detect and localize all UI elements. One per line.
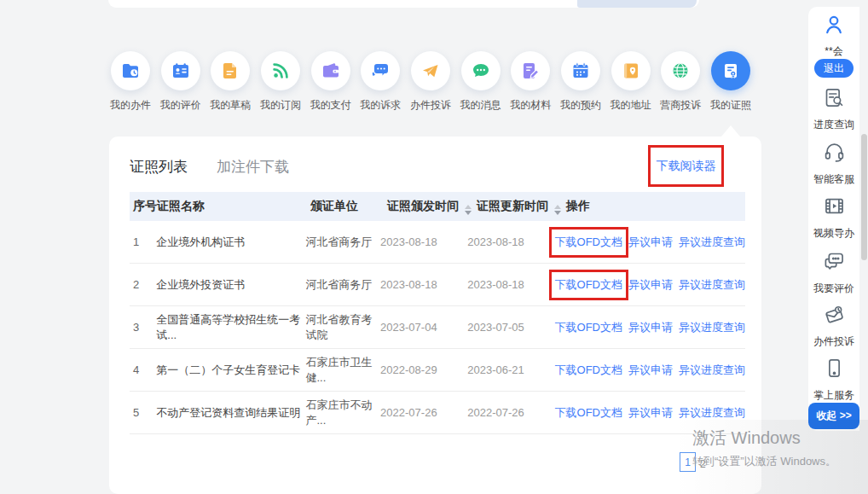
quick-entry-my-payments[interactable]: 我的支付 bbox=[306, 51, 356, 113]
certificate-icon bbox=[711, 51, 750, 90]
page-2-button[interactable]: 2 bbox=[700, 458, 706, 470]
quick-entry-business-complaint[interactable]: 营商投诉 bbox=[656, 51, 705, 113]
table-header-row: 序号 证照名称 颁证单位 证照颁发时间 证照更新时间 操作 bbox=[130, 192, 745, 221]
toolbar-item-evaluate[interactable]: 我要评价 bbox=[808, 250, 859, 296]
objection-apply-link[interactable]: 异议申请 bbox=[628, 277, 673, 293]
page-1-button[interactable]: 1 bbox=[680, 452, 696, 472]
globe-icon bbox=[661, 51, 700, 90]
quick-entry-my-addresses[interactable]: 我的地址 bbox=[606, 51, 656, 113]
cell-update-date: 2023-06-21 bbox=[467, 363, 554, 376]
col-name: 证照名称 bbox=[157, 199, 310, 214]
toolbar-item-label: 办件投诉 bbox=[813, 334, 854, 349]
quick-entry-label: 我的预约 bbox=[560, 98, 601, 113]
download-ofd-link[interactable]: 下载OFD文档 bbox=[555, 277, 622, 293]
scrollbar-thumb[interactable] bbox=[861, 134, 867, 260]
sort-carets-update-date[interactable] bbox=[554, 205, 561, 215]
col-issue-date[interactable]: 证照颁发时间 bbox=[387, 199, 477, 215]
quick-entry-label: 我的诉求 bbox=[360, 98, 401, 113]
logout-button[interactable]: 退出 bbox=[814, 59, 854, 78]
header-edge-accent bbox=[577, 0, 697, 8]
panel-tabs: 证照列表 加注件下载 bbox=[130, 157, 289, 177]
cell-issuer: 石家庄市卫生健... bbox=[306, 355, 381, 386]
cell-issue-date: 2022-08-29 bbox=[380, 363, 467, 376]
objection-progress-link[interactable]: 异议进度查询 bbox=[679, 405, 745, 421]
toolbar-item-progress-query[interactable]: 进度查询 bbox=[808, 86, 859, 132]
cell-issuer: 河北省商务厅 bbox=[306, 235, 381, 250]
toolbar-item-video-guide[interactable]: 视频导办 bbox=[808, 195, 859, 241]
collapse-toolbar-button[interactable]: 收起 >> bbox=[808, 403, 859, 429]
quick-entry-label: 我的支付 bbox=[310, 98, 351, 113]
toolbar-item-matter-complaint[interactable]: 办件投诉 bbox=[808, 303, 859, 349]
quick-entry-label: 我的消息 bbox=[460, 98, 501, 113]
toolbar-item-label: 进度查询 bbox=[813, 118, 854, 132]
objection-progress-link[interactable]: 异议进度查询 bbox=[679, 235, 745, 250]
folder-clock-icon bbox=[111, 51, 150, 90]
col-no: 序号 bbox=[130, 199, 157, 214]
download-ofd-link[interactable]: 下载OFD文档 bbox=[555, 363, 622, 378]
quick-entry-my-evaluations[interactable]: 我的评价 bbox=[156, 51, 205, 113]
username-text: **会 bbox=[808, 44, 859, 59]
quick-entry-my-certificates[interactable]: 我的证照 bbox=[706, 51, 755, 113]
cell-update-date: 2023-08-18 bbox=[467, 235, 554, 248]
quick-entry-my-drafts[interactable]: 我的草稿 bbox=[205, 51, 255, 113]
download-reader-link[interactable]: 下载阅读器 bbox=[657, 159, 716, 174]
cell-issuer: 河北省商务厅 bbox=[306, 277, 381, 293]
cell-update-date: 2022-07-26 bbox=[467, 406, 554, 419]
user-avatar-icon[interactable] bbox=[823, 14, 845, 39]
wallet-icon bbox=[311, 51, 350, 90]
cell-issue-date: 2023-08-18 bbox=[380, 235, 467, 248]
quick-entry-my-materials[interactable]: 我的材料 bbox=[506, 51, 555, 113]
caret-up-icon bbox=[465, 205, 472, 209]
download-reader-highlight-box: 下载阅读器 bbox=[648, 145, 724, 187]
pagination: 1 2 bbox=[680, 452, 706, 472]
tab-certificate-list[interactable]: 证照列表 bbox=[130, 157, 188, 177]
toolbar-item-label: 掌上服务 bbox=[813, 388, 854, 403]
quick-entry-my-appointments[interactable]: 我的预约 bbox=[556, 51, 605, 113]
download-ofd-link[interactable]: 下载OFD文档 bbox=[555, 235, 622, 250]
objection-progress-link[interactable]: 异议进度查询 bbox=[679, 363, 745, 378]
complaint-envelope-icon bbox=[823, 303, 846, 329]
calendar-icon bbox=[561, 51, 600, 90]
quick-entry-my-subscriptions[interactable]: 我的订阅 bbox=[256, 51, 305, 113]
quick-entry-label: 营商投诉 bbox=[660, 98, 701, 113]
quick-entry-row: 我的办件 我的评价 我的草稿 我的订阅 我的支付 我的诉求 办件投诉 我的消息 … bbox=[106, 51, 755, 113]
cell-name: 全国普通高等学校招生统一考试... bbox=[156, 312, 305, 343]
caret-up-icon bbox=[554, 205, 561, 209]
cell-name: 不动产登记资料查询结果证明 bbox=[156, 405, 305, 421]
certificates-table: 序号 证照名称 颁证单位 证照颁发时间 证照更新时间 操作 1 企业境外机构证书… bbox=[130, 192, 745, 434]
objection-progress-link[interactable]: 异议进度查询 bbox=[679, 320, 745, 335]
objection-apply-link[interactable]: 异议申请 bbox=[628, 363, 673, 378]
quick-entry-label: 我的办件 bbox=[110, 98, 151, 113]
message-bubble-icon bbox=[461, 51, 501, 90]
cell-no: 3 bbox=[130, 321, 156, 334]
table-row: 5 不动产登记资料查询结果证明 石家庄市不动产... 2022-07-26 20… bbox=[130, 392, 745, 434]
draft-document-icon bbox=[211, 51, 250, 90]
table-row: 4 第一（二）个子女生育登记卡 石家庄市卫生健... 2022-08-29 20… bbox=[130, 349, 745, 392]
objection-apply-link[interactable]: 异议申请 bbox=[628, 235, 673, 250]
download-ofd-link[interactable]: 下载OFD文档 bbox=[555, 405, 622, 421]
col-update-date[interactable]: 证照更新时间 bbox=[477, 199, 566, 215]
headset-icon bbox=[823, 141, 846, 167]
quick-entry-label: 我的草稿 bbox=[210, 98, 251, 113]
objection-apply-link[interactable]: 异议申请 bbox=[628, 320, 673, 335]
table-row: 1 企业境外机构证书 河北省商务厅 2023-08-18 2023-08-18 … bbox=[130, 221, 745, 264]
download-ofd-link[interactable]: 下载OFD文档 bbox=[555, 320, 622, 335]
address-book-icon bbox=[611, 51, 651, 90]
quick-entry-my-messages[interactable]: 我的消息 bbox=[456, 51, 506, 113]
quick-entry-matter-complaint[interactable]: 办件投诉 bbox=[406, 51, 455, 113]
smartphone-icon bbox=[823, 357, 846, 383]
quick-entry-my-appeals[interactable]: 我的诉求 bbox=[356, 51, 405, 113]
toolbar-item-smart-service[interactable]: 智能客服 bbox=[808, 141, 859, 187]
objection-apply-link[interactable]: 异议申请 bbox=[628, 405, 673, 421]
toolbar-item-mobile-service[interactable]: 掌上服务 bbox=[808, 357, 859, 403]
right-toolbar: **会 退出 进度查询 智能客服 视频导办 我要评价 办件投诉 掌上服务 收起 … bbox=[808, 7, 859, 431]
objection-progress-link[interactable]: 异议进度查询 bbox=[679, 277, 745, 293]
tab-annotation-download[interactable]: 加注件下载 bbox=[217, 157, 289, 177]
sort-carets-issue-date[interactable] bbox=[465, 205, 472, 215]
document-search-icon bbox=[823, 86, 846, 113]
quick-entry-my-matters[interactable]: 我的办件 bbox=[106, 51, 155, 113]
table-row: 3 全国普通高等学校招生统一考试... 河北省教育考试院 2023-07-04 … bbox=[130, 306, 745, 349]
caret-down-icon bbox=[554, 211, 561, 215]
rss-icon bbox=[261, 51, 300, 90]
toolbar-item-label: 视频导办 bbox=[813, 226, 854, 241]
